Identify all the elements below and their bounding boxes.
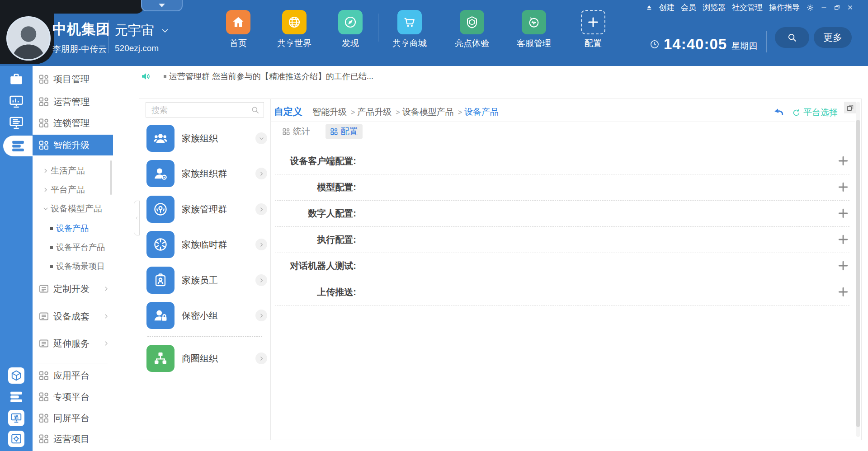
add-upload-push-button[interactable] xyxy=(837,286,849,298)
notification-bar[interactable]: 运营管理群 您当前参与的【精准推送介绍】的工作已结... xyxy=(113,66,868,87)
list-item-family-admin-group[interactable]: 家族管理群 xyxy=(139,196,270,223)
config-row-label: 数字人配置: xyxy=(275,200,356,226)
sidebar-menu: 项目管理 运营管理 连锁管理 智能升级 生活产品 平台产品 设备模型产品 xyxy=(33,66,113,451)
sidebar-item-life-products[interactable]: 生活产品 xyxy=(33,164,113,178)
restore-window-button[interactable] xyxy=(834,4,840,11)
content-scrollbar-thumb[interactable] xyxy=(856,120,860,427)
nav-item-configure[interactable]: 配置 xyxy=(568,10,618,49)
list-divider xyxy=(147,336,262,337)
content-scrollbar[interactable] xyxy=(856,102,860,437)
monitor-chart-icon[interactable] xyxy=(9,94,24,109)
gear-box-icon[interactable] xyxy=(8,431,24,447)
list-item-family-temp-group[interactable]: 家族临时群 xyxy=(139,231,270,258)
sidebar-item-special-platform[interactable]: 专项平台 xyxy=(33,390,113,404)
sidebar-item-operation-projects[interactable]: 运营项目 xyxy=(33,432,113,446)
eject-icon[interactable] xyxy=(646,4,653,11)
expand-button[interactable] xyxy=(255,203,267,215)
breadcrumb-item[interactable]: 设备模型产品 xyxy=(392,106,453,118)
search-button[interactable] xyxy=(775,27,809,48)
sidebar-item-device-sets[interactable]: 设备成套 xyxy=(33,310,113,323)
sidebar-item-extended-services[interactable]: 延伸服务 xyxy=(33,337,113,350)
toolbox-icon[interactable] xyxy=(9,71,24,87)
nav-item-shared-mall[interactable]: 共享商城 xyxy=(385,10,434,49)
sidebar-item-project-management[interactable]: 项目管理 xyxy=(33,72,113,86)
menu-item-operation-guide[interactable]: 操作指导 xyxy=(769,2,800,13)
list-item-confidential-team[interactable]: 保密小组 xyxy=(139,302,270,329)
nav-item-customer-service[interactable]: 客服管理 xyxy=(509,10,559,49)
clock-icon xyxy=(650,39,660,49)
menu-scrollbar-thumb[interactable] xyxy=(110,160,112,195)
sidebar-item-device-model-products[interactable]: 设备模型产品 xyxy=(33,202,113,216)
expand-button[interactable] xyxy=(255,168,267,179)
folder-list-icon xyxy=(38,338,49,349)
menu-item-social-management[interactable]: 社交管理 xyxy=(732,2,763,13)
list-item-family-org[interactable]: 家族组织 xyxy=(139,125,270,152)
menu-item-create[interactable]: 创建 xyxy=(659,2,675,13)
search-icon[interactable] xyxy=(251,106,259,114)
menu-item-browser[interactable]: 浏览器 xyxy=(703,2,726,13)
nav-item-shared-world[interactable]: 共享世界 xyxy=(269,10,319,49)
undo-icon[interactable] xyxy=(772,106,785,119)
sidebar-item-smart-upgrade[interactable]: 智能升级 xyxy=(33,135,113,155)
breadcrumb-item[interactable]: 产品升级 xyxy=(347,106,392,118)
screen-sync-icon[interactable] xyxy=(8,410,24,426)
panel-collapse-handle[interactable] xyxy=(134,201,140,235)
tab-statistics[interactable]: 统计 xyxy=(278,124,314,139)
sidebar-item-chain-management[interactable]: 连锁管理 xyxy=(33,116,113,130)
more-button[interactable]: 更多 xyxy=(814,27,852,48)
monitor-list-icon[interactable] xyxy=(9,115,24,131)
breadcrumb-item[interactable]: 智能升级 xyxy=(312,106,347,118)
stack-bars-icon[interactable] xyxy=(9,389,24,404)
bullet-marker xyxy=(164,75,166,78)
platform-select-button[interactable]: 平台选择 xyxy=(792,107,838,118)
company-name: 中机集团 xyxy=(52,20,110,39)
sidebar-item-device-scene-projects[interactable]: 设备场景项目 xyxy=(33,259,113,273)
menu-item-member[interactable]: 会员 xyxy=(681,2,696,13)
list-item-family-org-group[interactable]: 家族组织群 xyxy=(139,160,270,187)
cube-icon[interactable] xyxy=(8,367,24,384)
sidebar-item-custom-development[interactable]: 定制开发 xyxy=(33,282,113,296)
main-content: 自定义 智能升级 产品升级 设备模型产品 设备产品 平台选择 xyxy=(270,99,861,440)
add-chatbot-test-button[interactable] xyxy=(837,259,849,272)
add-device-client-config-button[interactable] xyxy=(837,155,849,167)
user-avatar[interactable] xyxy=(6,16,51,61)
add-execution-config-button[interactable] xyxy=(837,233,849,246)
list-item-label: 保密小组 xyxy=(182,302,218,329)
sidebar-item-operation-management[interactable]: 运营管理 xyxy=(33,95,113,108)
chevron-right-icon xyxy=(42,168,49,174)
sidebar-item-device-products[interactable]: 设备产品 xyxy=(33,221,113,235)
rail-active-indicator[interactable] xyxy=(3,136,33,156)
popout-button[interactable] xyxy=(844,102,856,113)
custom-label[interactable]: 自定义 xyxy=(274,105,302,118)
workspace-switcher[interactable]: 元宇宙 xyxy=(115,22,170,40)
nav-item-discover[interactable]: 发现 xyxy=(326,10,375,49)
minimize-button[interactable] xyxy=(821,4,827,11)
expand-button[interactable] xyxy=(255,352,267,364)
tab-configuration[interactable]: 配置 xyxy=(326,124,363,139)
search-input[interactable] xyxy=(151,104,247,117)
sidebar-item-same-screen-platform[interactable]: 同屏平台 xyxy=(33,411,113,425)
expand-button[interactable] xyxy=(255,310,267,321)
add-model-config-button[interactable] xyxy=(837,181,849,193)
sidebar-item-device-platform-products[interactable]: 设备平台产品 xyxy=(33,240,113,254)
system-strip: 创建 会员 浏览器 社交管理 操作指导 xyxy=(646,2,854,13)
expand-button[interactable] xyxy=(255,132,267,144)
config-row-execution: 执行配置: xyxy=(275,226,849,253)
expand-button[interactable] xyxy=(255,274,267,286)
tab-label: 配置 xyxy=(341,126,358,137)
sidebar-item-platform-products[interactable]: 平台产品 xyxy=(33,183,113,197)
list-item-business-circle-org[interactable]: 商圈组织 xyxy=(139,345,270,372)
close-button[interactable] xyxy=(847,4,854,11)
add-digital-human-config-button[interactable] xyxy=(837,207,849,220)
header-collapse-tab[interactable] xyxy=(141,0,183,11)
nav-item-home[interactable]: 首页 xyxy=(213,10,263,49)
settings-gear-icon[interactable] xyxy=(806,4,814,12)
expand-button[interactable] xyxy=(255,239,267,250)
app-window: 中机集团 李朋朋-中传云 元宇宙 520ezj.com 首页 共享世界 发现 共… xyxy=(0,0,868,451)
list-item-family-staff[interactable]: 家族员工 xyxy=(139,267,270,294)
workspace-name: 元宇宙 xyxy=(115,22,154,40)
nav-item-highlight-experience[interactable]: 亮点体验 xyxy=(447,10,497,49)
plus-icon xyxy=(837,155,849,167)
sidebar-item-app-platform[interactable]: 应用平台 xyxy=(33,369,113,382)
breadcrumb-item-current[interactable]: 设备产品 xyxy=(454,106,499,118)
